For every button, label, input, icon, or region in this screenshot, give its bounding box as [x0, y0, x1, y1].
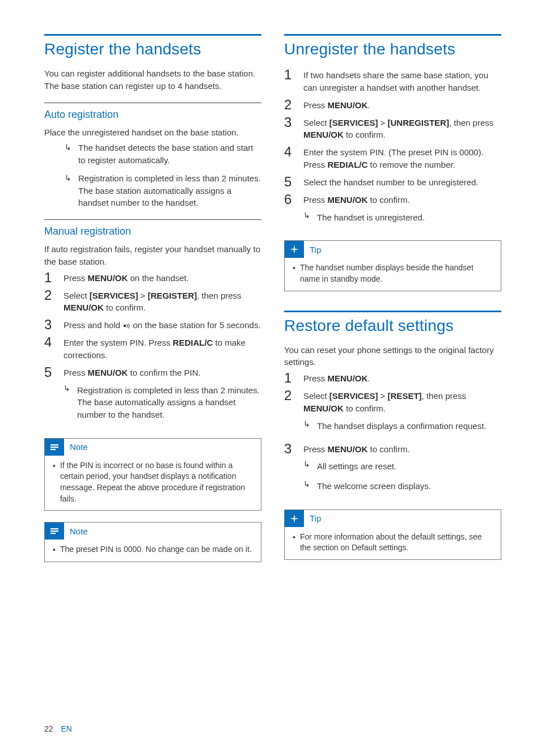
callout-header: Tip [285, 510, 501, 527]
text: Select [SERVICES] > [REGISTER], then pre… [64, 288, 261, 315]
step-number: 4 [284, 145, 295, 159]
list-item: 4 Enter the system PIN. Press REDIAL/C t… [44, 335, 261, 362]
arrow-list: ↳ All settings are reset. ↳ The welcome … [303, 458, 501, 492]
text: Registration is completed in less than 2… [78, 172, 261, 209]
callout-header: Note [45, 439, 261, 456]
list-item: •If the PIN is incorrect or no base is f… [53, 460, 254, 504]
step-number: 5 [44, 365, 56, 379]
list-item: ↳ The handset detects the base station a… [65, 142, 261, 167]
step-number: 2 [284, 388, 295, 402]
arrow-list: ↳ The handset is unregistered. [303, 210, 501, 224]
rule [284, 34, 501, 36]
text: Press MENU/OK to confirm. ↳ All settings… [303, 441, 501, 498]
tip-box: Tip •The handset number displays beside … [284, 240, 501, 291]
left-column: Register the handsets You can register a… [44, 34, 261, 562]
svg-rect-3 [50, 449, 56, 450]
step-number: 4 [44, 335, 56, 349]
right-column: Unregister the handsets 1 If two handset… [284, 34, 501, 562]
text: Press and hold on the base station for 5… [64, 317, 261, 332]
text: Select [SERVICES] > [RESET], then press … [303, 388, 501, 438]
text: If the PIN is incorrect or no base is fo… [60, 460, 254, 504]
arrow-icon: ↳ [64, 383, 71, 392]
step-number: 5 [284, 175, 295, 189]
step-number: 1 [44, 270, 56, 284]
arrow-icon: ↳ [65, 172, 73, 182]
numbered-list: 1 If two handsets share the same base st… [284, 67, 501, 229]
text: Enter the system PIN. (The preset PIN is… [303, 145, 501, 171]
text: The welcome screen displays. [317, 478, 501, 492]
numbered-list: 1 Press MENU/OK. 2 Select [SERVICES] > [… [284, 371, 501, 498]
heading-manual-registration: Manual registration [44, 226, 261, 237]
text: Press MENU/OK. [303, 371, 501, 385]
heading-unregister: Unregister the handsets [284, 40, 501, 58]
svg-rect-4 [50, 528, 58, 529]
svg-rect-6 [50, 533, 56, 534]
callout-body: •For more information about the default … [285, 527, 501, 559]
text: Press MENU/OK to confirm the PIN. ↳ Regi… [64, 365, 261, 427]
heading-restore: Restore default settings [284, 317, 501, 335]
list-item: 1 Press MENU/OK on the handset. [44, 270, 261, 284]
text: The handset displays a confirmation requ… [317, 418, 501, 432]
arrow-list: ↳ The handset displays a confirmation re… [303, 418, 501, 432]
callout-title: Tip [310, 513, 321, 523]
svg-point-0 [124, 325, 126, 327]
arrow-icon: ↳ [303, 478, 311, 488]
callout-title: Note [70, 526, 88, 536]
heading-auto-registration: Auto registration [44, 109, 261, 121]
page-footer: 22 EN [44, 724, 72, 733]
rule [44, 103, 261, 103]
tip-icon [285, 510, 304, 527]
list-item: ↳ Registration is completed in less than… [65, 172, 261, 209]
step-number: 3 [284, 115, 295, 129]
step-number: 6 [284, 192, 295, 206]
arrow-list: ↳ Registration is completed in less than… [64, 383, 261, 421]
list-item: 3 Select [SERVICES] > [UNREGISTER], then… [284, 115, 501, 142]
list-item: •The preset PIN is 0000. No change can b… [53, 544, 254, 556]
page-content: Register the handsets You can register a… [44, 34, 501, 562]
step-number: 2 [284, 97, 295, 112]
text: The preset PIN is 0000. No change can be… [60, 544, 252, 555]
page-key-icon [122, 322, 130, 329]
paragraph: If auto registration fails, register you… [44, 243, 261, 268]
text: Press MENU/OK. [303, 97, 501, 112]
list-item: 2 Select [SERVICES] > [REGISTER], then p… [44, 288, 261, 315]
tip-box: Tip •For more information about the defa… [284, 509, 501, 560]
svg-rect-5 [50, 530, 58, 532]
list-item: 5 Press MENU/OK to confirm the PIN. ↳ Re… [44, 365, 261, 427]
note-box: Note •The preset PIN is 0000. No change … [44, 522, 261, 562]
step-number: 1 [284, 67, 295, 82]
list-item: 3 Press and hold on the base station for… [44, 317, 261, 332]
page-number: 22 [44, 724, 53, 733]
text: The handset number displays beside the h… [300, 262, 494, 284]
list-item: 6 Press MENU/OK to confirm. ↳ The handse… [284, 192, 501, 230]
text: Enter the system PIN. Press REDIAL/C to … [64, 335, 261, 362]
step-number: 2 [44, 288, 56, 302]
spacer [284, 291, 501, 311]
note-box: Note •If the PIN is incorrect or no base… [44, 438, 261, 511]
paragraph: You can register additional handsets to … [44, 67, 261, 92]
callout-title: Note [70, 442, 88, 452]
arrow-icon: ↳ [65, 142, 73, 151]
callout-body: •If the PIN is incorrect or no base is f… [45, 456, 261, 510]
callout-header: Tip [285, 241, 501, 258]
arrow-icon: ↳ [303, 210, 311, 219]
numbered-list: 1 Press MENU/OK on the handset. 2 Select… [44, 270, 261, 427]
callout-body: •The handset number displays beside the … [285, 258, 501, 290]
note-icon [45, 439, 64, 456]
text: All settings are reset. [317, 458, 501, 473]
text: Registration is completed in less than 2… [77, 383, 261, 421]
text: Select the handset number to be unregist… [303, 175, 501, 189]
rule [44, 34, 261, 36]
list-item: 1 If two handsets share the same base st… [284, 67, 501, 94]
heading-register: Register the handsets [44, 40, 261, 58]
list-item: 3 Press MENU/OK to confirm. ↳ All settin… [284, 441, 501, 498]
list-item: ↳ The welcome screen displays. [303, 478, 501, 492]
rule [44, 219, 261, 220]
list-item: 2 Select [SERVICES] > [RESET], then pres… [284, 388, 501, 438]
text: Select [SERVICES] > [UNREGISTER], then p… [303, 115, 501, 142]
svg-rect-2 [50, 447, 58, 448]
step-number: 3 [44, 317, 56, 332]
step-number: 3 [284, 441, 295, 456]
arrow-icon: ↳ [303, 418, 311, 428]
text: The handset detects the base station and… [78, 142, 261, 167]
